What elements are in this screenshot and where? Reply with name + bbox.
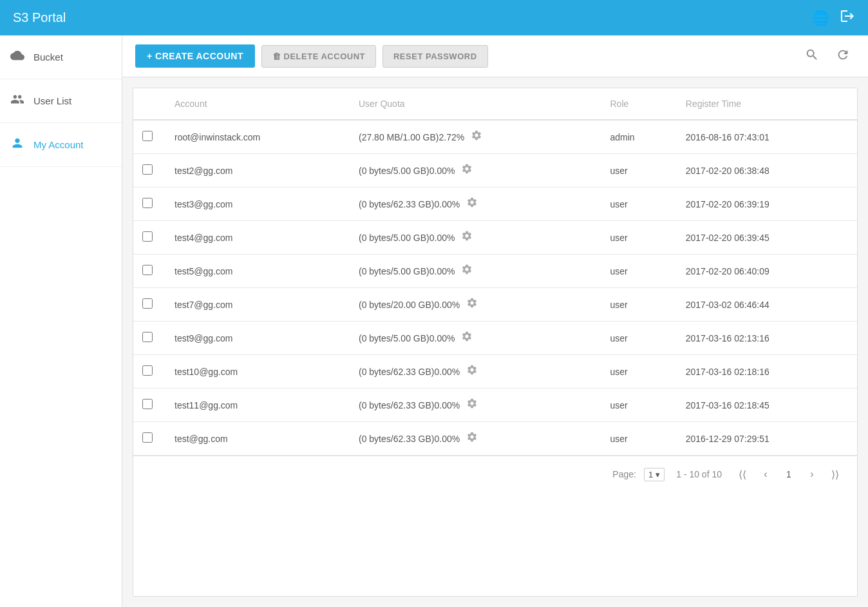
- row-quota: (0 bytes/5.00 GB)0.00%: [350, 255, 601, 288]
- row-register-time: 2016-12-29 07:29:51: [677, 422, 857, 456]
- row-checkbox-cell[interactable]: [133, 188, 165, 221]
- page-select[interactable]: 1 ▾: [644, 468, 665, 481]
- row-role: user: [601, 221, 676, 255]
- next-page-button[interactable]: ›: [803, 465, 821, 483]
- row-checkbox-6[interactable]: [142, 332, 153, 342]
- row-role: user: [601, 255, 676, 288]
- logout-icon[interactable]: [840, 8, 855, 28]
- quota-settings-icon[interactable]: [466, 398, 478, 412]
- table-row: test11@gg.com (0 bytes/62.33 GB)0.00% us…: [133, 389, 857, 422]
- row-register-time: 2017-02-20 06:40:09: [677, 255, 857, 288]
- table-header-row: Account User Quota Role Register Time: [133, 88, 857, 120]
- delete-account-button[interactable]: 🗑 DELETE ACCOUNT: [261, 45, 376, 68]
- row-account: test11@gg.com: [165, 389, 350, 422]
- row-checkbox-cell[interactable]: [133, 288, 165, 322]
- row-account: test10@gg.com: [165, 355, 350, 389]
- row-checkbox-cell[interactable]: [133, 389, 165, 422]
- row-quota: (27.80 MB/1.00 GB)2.72%: [350, 120, 601, 154]
- search-icon[interactable]: [800, 45, 824, 68]
- bucket-icon: [10, 48, 24, 66]
- quota-settings-icon[interactable]: [466, 297, 478, 312]
- row-checkbox-cell[interactable]: [133, 322, 165, 355]
- row-checkbox-8[interactable]: [142, 399, 153, 409]
- row-quota: (0 bytes/62.33 GB)0.00%: [350, 422, 601, 456]
- quota-settings-icon[interactable]: [466, 364, 478, 379]
- row-register-time: 2016-08-16 07:43:01: [677, 120, 857, 154]
- row-checkbox-0[interactable]: [142, 131, 153, 141]
- row-account: test2@gg.com: [165, 154, 350, 188]
- row-checkbox-2[interactable]: [142, 198, 153, 208]
- row-checkbox-5[interactable]: [142, 298, 153, 309]
- row-register-time: 2017-02-20 06:39:19: [677, 188, 857, 221]
- col-account: Account: [165, 88, 350, 120]
- row-checkbox-cell[interactable]: [133, 120, 165, 154]
- row-checkbox-9[interactable]: [142, 432, 153, 443]
- quota-settings-icon[interactable]: [461, 331, 473, 345]
- row-quota: (0 bytes/5.00 GB)0.00%: [350, 154, 601, 188]
- row-checkbox-4[interactable]: [142, 265, 153, 275]
- refresh-icon[interactable]: [831, 45, 855, 68]
- row-checkbox-3[interactable]: [142, 231, 153, 242]
- quota-value: (0 bytes/20.00 GB)0.00%: [359, 300, 460, 310]
- quota-settings-icon[interactable]: [461, 264, 473, 278]
- row-account: test4@gg.com: [165, 221, 350, 255]
- prev-page-button[interactable]: ‹: [757, 465, 775, 483]
- row-checkbox-1[interactable]: [142, 164, 153, 175]
- row-checkbox-cell[interactable]: [133, 221, 165, 255]
- globe-icon[interactable]: 🌐: [812, 10, 829, 26]
- my-account-icon: [10, 136, 24, 153]
- row-role: user: [601, 355, 676, 389]
- quota-value: (0 bytes/5.00 GB)0.00%: [359, 333, 455, 343]
- current-page-num: 1: [648, 470, 653, 479]
- create-account-label: + CREATE ACCOUNT: [147, 51, 243, 61]
- row-quota: (0 bytes/62.33 GB)0.00%: [350, 188, 601, 221]
- row-register-time: 2017-03-16 02:18:45: [677, 389, 857, 422]
- col-checkbox: [133, 88, 165, 120]
- sidebar-item-bucket[interactable]: Bucket: [0, 35, 122, 79]
- create-account-button[interactable]: + CREATE ACCOUNT: [135, 44, 255, 68]
- table-row: test4@gg.com (0 bytes/5.00 GB)0.00% user…: [133, 221, 857, 255]
- row-checkbox-cell[interactable]: [133, 154, 165, 188]
- table-row: test2@gg.com (0 bytes/5.00 GB)0.00% user…: [133, 154, 857, 188]
- row-role: user: [601, 422, 676, 456]
- row-account: test7@gg.com: [165, 288, 350, 322]
- table-row: test7@gg.com (0 bytes/20.00 GB)0.00% use…: [133, 288, 857, 322]
- sidebar-item-user-list[interactable]: User List: [0, 79, 122, 123]
- row-role: user: [601, 322, 676, 355]
- quota-value: (0 bytes/62.33 GB)0.00%: [359, 367, 460, 377]
- header: S3 Portal 🌐: [0, 0, 868, 35]
- quota-settings-icon[interactable]: [471, 130, 482, 144]
- row-register-time: 2017-03-02 06:46:44: [677, 288, 857, 322]
- reset-password-button[interactable]: RESET PASSWORD: [382, 45, 488, 68]
- row-register-time: 2017-02-20 06:38:48: [677, 154, 857, 188]
- chevron-down-icon: ▾: [656, 470, 660, 479]
- quota-value: (27.80 MB/1.00 GB)2.72%: [359, 132, 464, 142]
- row-checkbox-7[interactable]: [142, 365, 153, 376]
- quota-settings-icon[interactable]: [461, 163, 473, 178]
- row-checkbox-cell[interactable]: [133, 355, 165, 389]
- row-checkbox-cell[interactable]: [133, 422, 165, 456]
- sidebar-item-my-account[interactable]: My Account: [0, 123, 122, 167]
- accounts-table: Account User Quota Role Register Time ro…: [133, 88, 857, 456]
- last-page-button[interactable]: ⟩⟩: [826, 465, 844, 483]
- row-role: user: [601, 389, 676, 422]
- quota-settings-icon[interactable]: [466, 431, 478, 446]
- table-row: test@gg.com (0 bytes/62.33 GB)0.00% user…: [133, 422, 857, 456]
- main-content: + CREATE ACCOUNT 🗑 DELETE ACCOUNT RESET …: [122, 35, 868, 607]
- table-row: test10@gg.com (0 bytes/62.33 GB)0.00% us…: [133, 355, 857, 389]
- row-role: user: [601, 288, 676, 322]
- reset-password-label: RESET PASSWORD: [393, 52, 477, 61]
- quota-settings-icon[interactable]: [461, 230, 473, 245]
- row-register-time: 2017-03-16 02:13:16: [677, 322, 857, 355]
- row-checkbox-cell[interactable]: [133, 255, 165, 288]
- quota-settings-icon[interactable]: [466, 197, 478, 211]
- sidebar-bucket-label: Bucket: [33, 52, 63, 63]
- quota-value: (0 bytes/5.00 GB)0.00%: [359, 166, 455, 176]
- page-label: Page:: [612, 469, 636, 479]
- row-quota: (0 bytes/5.00 GB)0.00%: [350, 221, 601, 255]
- quota-value: (0 bytes/62.33 GB)0.00%: [359, 199, 460, 209]
- first-page-button[interactable]: ⟨⟨: [733, 465, 751, 483]
- table-row: test5@gg.com (0 bytes/5.00 GB)0.00% user…: [133, 255, 857, 288]
- row-account: test9@gg.com: [165, 322, 350, 355]
- row-quota: (0 bytes/5.00 GB)0.00%: [350, 322, 601, 355]
